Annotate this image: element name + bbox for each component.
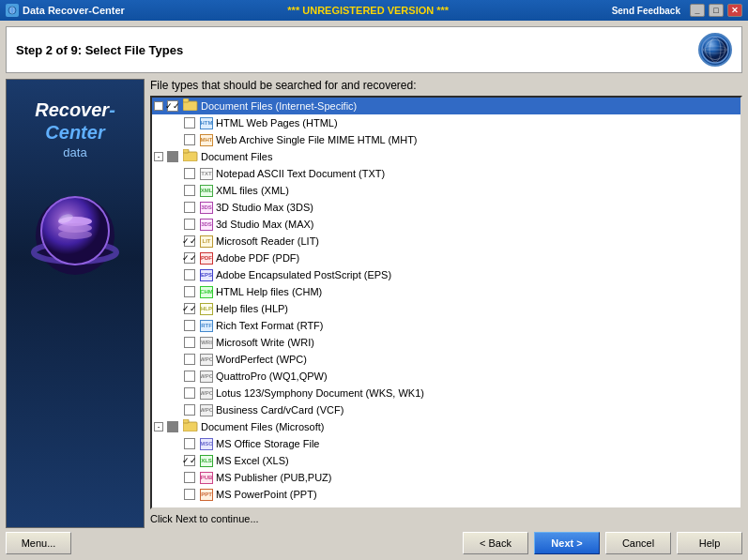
tree-item[interactable]: XMLXML files (XML) [152, 182, 740, 199]
back-button[interactable]: < Back [463, 532, 528, 554]
logo-text: Recover-Center data [7, 98, 144, 160]
tree-item[interactable]: MHTWeb Archive Single File MIME HTML (MH… [152, 131, 740, 148]
tree-checkbox[interactable] [184, 117, 195, 129]
tree-checkbox[interactable] [167, 151, 178, 162]
tree-item[interactable]: 3DS3d Studio Max (MAX) [152, 216, 740, 233]
app-icon [6, 4, 19, 17]
pdf-file-icon: PDF [200, 252, 213, 265]
tree-expand-btn[interactable]: - [154, 152, 163, 161]
tree-item-label: Rich Text Format (RTF) [216, 320, 324, 331]
tree-item[interactable]: EPSAdobe Encapsulated PostScript (EPS) [152, 266, 740, 283]
tree-checkbox[interactable]: ✓ [184, 455, 195, 466]
tree-checkbox[interactable]: ✓ [184, 252, 195, 264]
tree-checkbox[interactable] [184, 472, 195, 483]
wpc-file-icon: WPC [200, 404, 213, 416]
tree-item-label: Lotus 123/Symphony Document (WKS, WK1) [216, 387, 424, 399]
tree-checkbox[interactable]: ✓ [184, 303, 195, 314]
lit-file-icon: LIT [200, 235, 213, 248]
tree-item-label: Help files (HLP) [216, 303, 288, 314]
tree-checkbox[interactable] [184, 337, 195, 348]
feedback-button[interactable]: Send Feedback [612, 6, 680, 16]
folder-icon [183, 98, 198, 114]
title-bar-left: Data Recover-Center [6, 4, 125, 17]
tree-item-label: Document Files (Microsoft) [201, 421, 324, 432]
xml-file-icon: XML [200, 185, 213, 197]
tree-item-label: 3d Studio Max (MAX) [216, 219, 314, 230]
button-row: Menu... < Back Next > Cancel Help [6, 528, 742, 554]
tree-item[interactable]: WRIMicrosoft Write (WRI) [152, 334, 740, 351]
mso-file-icon: MSO [200, 438, 213, 450]
svg-point-0 [8, 7, 16, 14]
tree-item[interactable]: ✓HLPHelp files (HLP) [152, 300, 740, 317]
title-bar-right: Send Feedback _ □ ✕ [612, 4, 742, 17]
tree-item-label: Adobe Encapsulated PostScript (EPS) [216, 269, 391, 280]
tree-item[interactable]: WPCQuattroPro (WQ1,QPW) [152, 368, 740, 385]
minimize-button[interactable]: _ [690, 4, 705, 17]
tree-item-label: MS PowerPoint (PPT) [216, 489, 317, 500]
tree-checkbox[interactable] [184, 387, 195, 399]
menu-button[interactable]: Menu... [6, 532, 71, 554]
tree-checkbox[interactable] [184, 404, 195, 416]
hlp-file-icon: HLP [200, 303, 213, 315]
tree-item-label: Document Files [201, 151, 272, 162]
tree-checkbox[interactable] [184, 320, 195, 331]
tree-checkbox[interactable] [184, 489, 195, 500]
tree-item[interactable]: 3DS3D Studio Max (3DS) [152, 199, 740, 216]
svg-rect-18 [183, 419, 189, 423]
tree-item[interactable]: PUBMS Publisher (PUB,PUZ) [152, 469, 740, 486]
cancel-button[interactable]: Cancel [605, 532, 671, 554]
tree-item[interactable]: WPCBusiness Card/vCard (VCF) [152, 401, 740, 418]
svg-point-5 [703, 46, 727, 53]
tree-checkbox[interactable] [184, 202, 195, 213]
tree-item[interactable]: ✓XLSMS Excel (XLS) [152, 452, 740, 469]
tree-item[interactable]: PPTMS PowerPoint (PPT) [152, 486, 740, 503]
tree-checkbox[interactable]: ✓ [167, 100, 178, 112]
tree-checkbox[interactable] [184, 286, 195, 297]
pub-file-icon: PUB [200, 472, 213, 484]
wpc-file-icon: WPC [200, 387, 213, 400]
tree-item[interactable]: WPCLotus 123/Symphony Document (WKS, WK1… [152, 385, 740, 401]
tree-checkbox[interactable] [184, 134, 195, 145]
tree-item-label: QuattroPro (WQ1,QPW) [216, 371, 328, 382]
tree-item-label: Microsoft Write (WRI) [216, 337, 314, 348]
rtf-file-icon: RTF [200, 320, 213, 332]
svg-rect-14 [183, 98, 189, 102]
tree-item[interactable]: MSOMS Office Storage File [152, 435, 740, 452]
web-file-icon: MHT [200, 134, 213, 146]
file-types-label: File types that should be searched for a… [150, 79, 742, 92]
txt-file-icon: TXT [200, 168, 213, 180]
tree-checkbox[interactable] [184, 219, 195, 230]
help-button[interactable]: Help [677, 532, 742, 554]
tree-item[interactable]: HTMHTML Web Pages (HTML) [152, 114, 740, 131]
tree-item-label: 3D Studio Max (3DS) [216, 202, 313, 213]
tree-item[interactable]: -✓ Document Files (Internet-Specific) [152, 98, 740, 114]
unregistered-label: *** UNREGISTERED VERSION *** [287, 5, 449, 16]
tree-item[interactable]: CHMHTML Help files (CHM) [152, 283, 740, 300]
tree-checkbox[interactable]: ✓ [184, 235, 195, 247]
tree-expand-btn[interactable]: - [154, 422, 163, 431]
maximize-button[interactable]: □ [709, 4, 724, 17]
file-types-tree[interactable]: -✓ Document Files (Internet-Specific)HTM… [150, 96, 742, 509]
close-button[interactable]: ✕ [727, 4, 742, 17]
status-text: Click Next to continue... [150, 513, 259, 524]
tree-item[interactable]: - Document Files [152, 148, 740, 165]
svg-rect-13 [183, 101, 197, 111]
next-button[interactable]: Next > [534, 532, 600, 554]
svg-rect-17 [183, 422, 197, 431]
tree-item[interactable]: WPCWordPerfect (WPC) [152, 351, 740, 368]
main-window: Step 2 of 9: Select File Types [0, 21, 748, 560]
tree-item[interactable]: ✓PDFAdobe PDF (PDF) [152, 250, 740, 266]
tree-item-label: Document Files (Internet-Specific) [201, 100, 357, 112]
tree-checkbox[interactable] [184, 168, 195, 179]
tree-item[interactable]: ✓LITMicrosoft Reader (LIT) [152, 233, 740, 250]
tree-expand-btn[interactable]: - [154, 101, 163, 111]
tree-item[interactable]: TXTNotepad ASCII Text Document (TXT) [152, 165, 740, 182]
tree-checkbox[interactable] [184, 371, 195, 382]
tree-checkbox[interactable] [167, 421, 178, 432]
tree-checkbox[interactable] [184, 438, 195, 449]
tree-item[interactable]: - Document Files (Microsoft) [152, 418, 740, 435]
tree-item[interactable]: RTFRich Text Format (RTF) [152, 317, 740, 334]
tree-checkbox[interactable] [184, 354, 195, 365]
tree-checkbox[interactable] [184, 269, 195, 280]
tree-checkbox[interactable] [184, 185, 195, 196]
